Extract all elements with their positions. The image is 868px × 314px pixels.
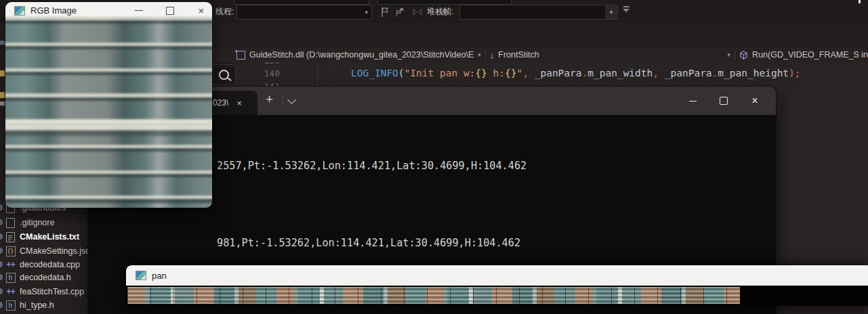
code-editor[interactable]: 139 140 141 LOG_INFO("Init pan w:{} h:{}… — [212, 62, 868, 87]
new-tab-button[interactable]: + — [266, 92, 273, 107]
pan-window: pan — [126, 265, 868, 306]
minimize-icon — [135, 10, 143, 11]
separator — [485, 50, 486, 60]
window-title: pan — [152, 271, 167, 281]
minimize-button[interactable] — [677, 87, 708, 115]
bowtie-icon[interactable] — [412, 7, 423, 18]
image-icon — [136, 271, 146, 280]
flag-icon[interactable] — [379, 7, 390, 18]
file-icon — [5, 218, 16, 228]
search-button[interactable] — [212, 64, 236, 85]
close-icon: × — [751, 95, 758, 106]
minimize-icon — [689, 101, 697, 102]
file-label: decodedata.h — [20, 273, 71, 282]
terminal-tab-title: 023\ — [213, 98, 228, 108]
maximize-button[interactable] — [708, 87, 739, 115]
chevron-down-icon[interactable]: ▾ — [728, 51, 731, 58]
file-label: CMakeLists.txt — [20, 232, 79, 242]
close-button[interactable]: × — [739, 87, 770, 115]
line-number: 141 — [239, 80, 280, 87]
clipped-icon-sliver — [0, 102, 5, 106]
indent-guide — [330, 62, 331, 87]
code-token: "Init pan w: — [405, 68, 476, 78]
line-number: 139 — [239, 62, 280, 67]
file-label: decodedata.cpp — [20, 260, 80, 269]
code-token: m_pan_width — [587, 68, 653, 78]
code-token: " — [516, 68, 522, 78]
code-token: {} — [505, 68, 516, 78]
chevron-down-icon[interactable]: ▾ — [478, 51, 481, 58]
code-line-140[interactable]: LOG_INFO("Init pan w:{} h:{}", _panPara.… — [351, 67, 801, 80]
pan-titlebar[interactable]: pan — [126, 265, 868, 286]
line-number: 140 — [239, 67, 280, 80]
double-flag-icon[interactable] — [395, 7, 406, 18]
separator — [735, 50, 735, 60]
code-token: {} — [475, 68, 487, 78]
thread-combobox[interactable]: ▾ — [236, 5, 372, 20]
window-controls: × — [677, 87, 770, 115]
rgb-image-content — [5, 17, 212, 208]
module-icon — [236, 51, 245, 60]
close-icon: × — [199, 5, 205, 16]
toolbar-clipped-combobox[interactable] — [234, 0, 369, 5]
file-label: feaStitchTest.cpp — [20, 287, 84, 296]
terminal-line: 981,Pt:-1.53262,Lon:114.421,Lat:30.4699,… — [91, 237, 776, 250]
project-dropdown[interactable]: GuideStitch.dll (D:\wangchongwu_gitea_20… — [249, 50, 474, 60]
chevron-down-icon[interactable] — [287, 95, 296, 104]
clipped-icon-sliver — [0, 92, 5, 98]
file-label: CMakeSettings.json — [20, 246, 88, 256]
scope-dropdown[interactable]: FrontStitch — [498, 50, 539, 60]
stack-frame-label: 堆栈帧: — [427, 6, 453, 18]
code-token: . — [582, 68, 588, 78]
code-token: h: — [487, 68, 505, 78]
maximize-icon — [720, 97, 728, 105]
chevron-down-icon[interactable]: ▾ — [605, 5, 617, 19]
chevron-down-icon: ▾ — [361, 9, 371, 16]
window-title: RGB Image — [30, 5, 77, 16]
screen: 线程: ▾ 堆栈帧: ▾ × Arith_FrontStitch.h decod… — [0, 0, 868, 314]
code-token: , — [653, 68, 664, 78]
panorama-image — [127, 287, 740, 304]
code-token: , — [522, 68, 534, 78]
code-token: _panPara — [535, 68, 582, 78]
close-icon[interactable]: × — [236, 98, 242, 108]
thread-label: 线程: — [215, 6, 234, 18]
maximize-icon — [166, 7, 174, 15]
rgb-image-window: RGB Image × — [5, 2, 212, 208]
pan-content — [126, 286, 868, 306]
h-file-icon: h — [5, 300, 16, 311]
search-icon — [219, 70, 229, 80]
file-text-icon — [5, 232, 16, 242]
toolbar-clipped-combobox[interactable] — [377, 0, 512, 5]
stack-frame-combobox[interactable]: ▾ — [459, 5, 618, 20]
navigation-bar: GuideStitch.dll (D:\wangchongwu_gitea_20… — [212, 47, 868, 62]
cpp-file-icon: ++ — [5, 287, 16, 297]
code-token: LOG_INFO — [351, 68, 398, 78]
indent-guide — [317, 62, 318, 87]
member-dropdown[interactable]: Run(GD_VIDEO_FRAME_S in — [752, 50, 868, 60]
code-token: ); — [789, 68, 800, 78]
image-icon — [14, 6, 25, 16]
code-token: ( — [398, 68, 405, 78]
sidebar-item-cmakelists[interactable]: CMakeLists.txt — [0, 230, 88, 244]
sidebar-item-feastitchtest-cpp[interactable]: ++ feaStitchTest.cpp — [0, 285, 88, 298]
code-token: _panPara — [665, 68, 712, 78]
file-label: hi_type.h — [20, 300, 54, 310]
separator — [283, 95, 283, 106]
arrow-down-icon: ↓ — [490, 50, 495, 60]
sidebar-item-gitignore[interactable]: .gitignore — [0, 216, 88, 229]
sidebar-item-hi-type-h[interactable]: h hi_type.h — [0, 298, 88, 312]
sidebar-item-decodedata-h[interactable]: h decodedata.h — [0, 271, 88, 284]
file-label: .gitignore — [20, 218, 54, 227]
braces-icon: {} — [5, 246, 16, 256]
code-token: m_pan_height — [718, 68, 789, 78]
sidebar-item-cmakesettings[interactable]: {} CMakeSettings.json — [0, 244, 88, 258]
clipped-icon-sliver — [0, 70, 5, 76]
cpp-file-icon: ++ — [5, 260, 16, 270]
h-file-icon: h — [5, 273, 16, 283]
line-numbers: 139 140 141 — [239, 62, 280, 87]
toolbar-overflow-icon[interactable] — [622, 6, 630, 12]
clipped-icon-sliver — [0, 41, 5, 45]
sidebar-item-decodedata-cpp[interactable]: ++ decodedata.cpp — [0, 258, 88, 271]
cube-icon — [739, 51, 748, 60]
